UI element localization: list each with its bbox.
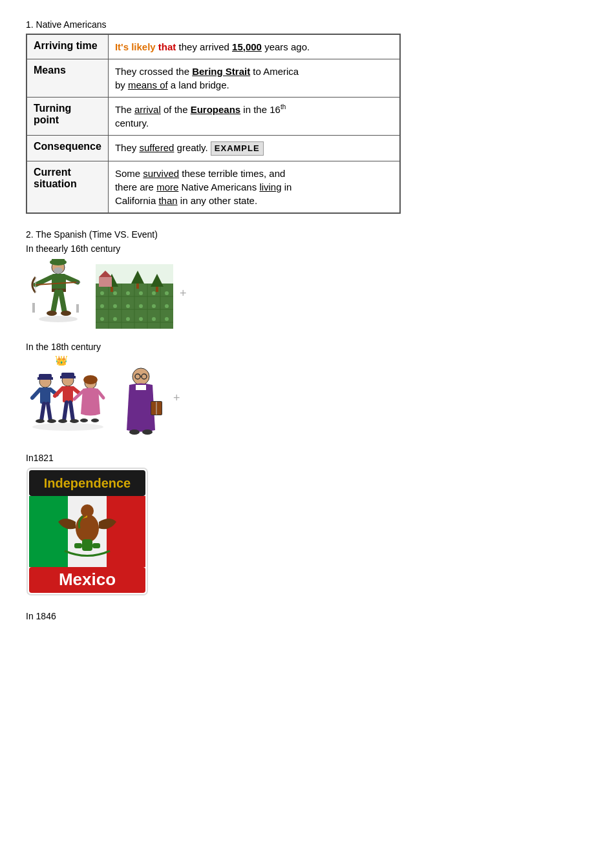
svg-point-39 [139, 291, 143, 295]
row-content-current: Some survived these terrible times, and … [108, 161, 400, 214]
row-content-consequence: They suffered greatly. EXAMPLE [108, 136, 400, 161]
section2-label: 2. The Spanish (Time VS. Event) [26, 229, 588, 240]
text-that: that [158, 41, 176, 52]
text-they-crossed: They crossed the [115, 66, 192, 77]
text-means-of: means of [128, 79, 168, 90]
svg-point-91 [142, 429, 153, 435]
svg-line-61 [41, 404, 44, 420]
svg-point-51 [139, 317, 143, 321]
text-years-ago: years ago. [262, 41, 310, 52]
image-archer [26, 258, 90, 329]
svg-point-79 [80, 418, 88, 422]
row-content-arriving: It's likely that they arrived 15,000 yea… [108, 34, 400, 59]
table-row-current: Currentsituation Some survived these ter… [26, 161, 400, 214]
svg-point-49 [113, 317, 117, 321]
img-row-early-16th: + [26, 258, 588, 329]
text-they: They [115, 142, 140, 153]
svg-rect-96 [29, 496, 68, 567]
svg-point-81 [32, 423, 103, 431]
section2: 2. The Spanish (Time VS. Event) In theea… [26, 229, 588, 621]
text-to-america-by: to America [250, 66, 299, 77]
text-greatly: greatly. [174, 142, 210, 153]
sub-section-1821: In1821 Independence [26, 453, 588, 598]
svg-rect-98 [107, 496, 145, 567]
sub-section-18th: In the 18th century 👑 [26, 342, 588, 440]
section1-label: 1. Native Americans [26, 19, 588, 30]
image-soldiers: 👑 [26, 356, 110, 440]
text-arrival: arrival [134, 104, 161, 115]
text-in: in [282, 181, 292, 192]
row-content-means: They crossed the Bering Strait to Americ… [108, 59, 400, 98]
svg-rect-86 [136, 385, 146, 390]
text-there-are: there are [115, 181, 156, 192]
text-th-superscript: th [281, 103, 286, 110]
text-more: more [156, 181, 178, 192]
svg-rect-17 [76, 304, 79, 313]
svg-point-15 [39, 316, 78, 322]
svg-point-80 [91, 418, 99, 422]
svg-point-44 [126, 304, 130, 308]
svg-point-90 [129, 429, 140, 435]
text-its-likely: It's likely [115, 41, 158, 52]
svg-line-7 [66, 277, 78, 282]
svg-point-38 [126, 291, 130, 295]
text-suffered: suffered [139, 142, 174, 153]
svg-rect-16 [32, 303, 35, 313]
svg-point-53 [165, 317, 169, 321]
svg-line-69 [55, 388, 63, 396]
svg-rect-67 [60, 376, 76, 378]
svg-point-42 [100, 304, 104, 308]
text-century: century. [115, 118, 149, 129]
svg-line-72 [70, 402, 73, 420]
text-of-the: of the [161, 104, 191, 115]
svg-text:Mexico: Mexico [59, 570, 116, 589]
svg-point-13 [47, 311, 57, 316]
svg-rect-31 [136, 284, 139, 289]
row-header-turning: Turningpoint [26, 98, 108, 136]
svg-point-73 [58, 419, 67, 423]
svg-line-71 [64, 402, 67, 420]
table-row-turning: Turningpoint The arrival of the European… [26, 98, 400, 136]
text-15000: 15,000 [232, 41, 262, 52]
svg-line-62 [48, 404, 50, 420]
table-row-consequence: Consequence They suffered greatly. EXAMP… [26, 136, 400, 161]
text-survived: survived [143, 168, 179, 179]
sub-section-1846: In 1846 [26, 611, 588, 621]
row-header-means: Means [26, 59, 108, 98]
svg-point-36 [100, 291, 104, 295]
svg-rect-57 [37, 377, 53, 380]
svg-point-76 [83, 375, 98, 384]
sub-label-18th: In the 18th century [26, 342, 588, 352]
svg-point-3 [54, 267, 63, 274]
row-header-consequence: Consequence [26, 136, 108, 161]
svg-point-74 [70, 419, 79, 423]
svg-point-45 [139, 304, 143, 308]
svg-rect-103 [74, 543, 82, 548]
row-header-current: Currentsituation [26, 161, 108, 214]
example-badge: EXAMPLE [211, 141, 264, 156]
text-europeans: Europeans [191, 104, 241, 115]
text-california: California [115, 195, 159, 206]
text-they-arrived: they arrived [176, 41, 232, 52]
svg-line-11 [53, 292, 57, 313]
svg-rect-34 [99, 277, 112, 287]
svg-line-12 [61, 292, 65, 313]
row-content-turning: The arrival of the Europeans in the 16th… [108, 98, 400, 136]
svg-point-64 [47, 419, 56, 423]
svg-line-59 [32, 389, 40, 398]
svg-line-70 [73, 388, 79, 393]
text-these-terrible: these terrible times, and [179, 168, 285, 179]
text-in-any: in any other state. [178, 195, 257, 206]
svg-point-50 [126, 317, 130, 321]
text-native-americans: Native Americans [178, 181, 259, 192]
image-priest [115, 362, 167, 440]
svg-point-37 [113, 291, 117, 295]
text-living: living [259, 181, 281, 192]
text-by: by [115, 79, 128, 90]
svg-rect-33 [156, 287, 158, 292]
text-some: Some [115, 168, 143, 179]
image-farm [96, 264, 173, 329]
image-mexico-independence: Independence [26, 467, 149, 596]
svg-rect-29 [111, 287, 113, 292]
text-bering-strait: Bering Strait [192, 66, 250, 77]
